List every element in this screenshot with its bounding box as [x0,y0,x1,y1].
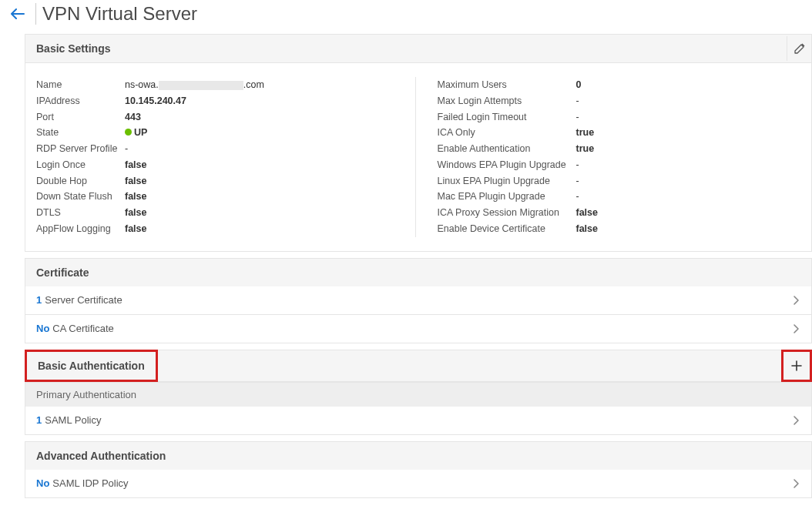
settings-row: StateUP [36,125,400,141]
settings-value: - [125,142,128,156]
chevron-right-icon [793,414,800,427]
basic-settings-title: Basic Settings [36,42,110,55]
settings-row: DTLSfalse [36,205,400,221]
basic-auth-title-highlight: Basic Authentication [25,350,158,382]
settings-row: Max Login Attempts- [438,93,801,109]
settings-value: false [125,222,147,236]
chevron-right-icon [793,294,800,306]
settings-right-column: Maximum Users0Max Login Attempts-Failed … [416,77,801,237]
settings-label: Linux EPA Plugin Upgrade [438,174,576,189]
row-count: No [36,477,49,489]
settings-label: IPAddress [36,94,125,109]
settings-value: false [125,174,147,189]
settings-row: Login Oncefalse [36,157,400,173]
page-header: VPN Virtual Server [0,0,812,34]
settings-row: Failed Login Timeout- [438,109,801,126]
settings-label: Enable Device Certificate [438,222,576,236]
settings-label: State [36,126,125,140]
certificate-row[interactable]: 1Server Certificate [25,286,811,314]
settings-value: false [125,189,147,204]
settings-row: Linux EPA Plugin Upgrade- [438,173,801,189]
certificate-panel: Certificate 1Server CertificateNoCA Cert… [25,258,812,343]
settings-row: Windows EPA Plugin Upgrade- [438,157,801,173]
settings-value: - [576,174,579,189]
chevron-right-icon [793,323,800,335]
settings-label: DTLS [36,206,125,220]
basic-auth-title: Basic Authentication [38,360,145,372]
settings-row: Mac EPA Plugin Upgrade- [438,189,801,205]
settings-row: Maximum Users0 [438,77,801,93]
settings-row: Enable Device Certificatefalse [438,221,801,237]
basic-settings-body: Namens-owa..comIPAddress10.145.240.47Por… [25,63,811,251]
settings-label: Maximum Users [438,78,576,92]
settings-label: Enable Authentication [438,142,576,156]
row-label: SAML Policy [45,414,101,426]
settings-label: AppFlow Logging [36,222,125,236]
settings-label: Login Once [36,158,125,172]
settings-label: Max Login Attempts [438,94,576,109]
settings-value: false [125,158,147,172]
settings-row: AppFlow Loggingfalse [36,221,400,237]
settings-row: Namens-owa..com [36,77,400,93]
certificate-header: Certificate [25,259,811,286]
row-count: 1 [36,414,42,426]
settings-value: true [576,142,595,156]
back-icon[interactable] [6,8,29,19]
row-label: Server Certificate [45,294,122,306]
settings-value: - [576,110,579,125]
settings-value: true [576,126,595,140]
advanced-auth-header: Advanced Authentication [25,442,811,470]
advanced-auth-panel: Advanced Authentication NoSAML IDP Polic… [25,441,812,498]
settings-row: Double Hopfalse [36,173,400,189]
settings-row: RDP Server Profile- [36,141,400,157]
settings-value: false [576,222,599,236]
basic-auth-panel: Basic Authentication Primary Authenticat… [25,350,812,435]
settings-label: ICA Only [438,126,576,140]
add-icon[interactable] [781,350,812,382]
settings-row: ICA Onlytrue [438,125,801,141]
settings-value: false [125,206,147,220]
basic-auth-header: Basic Authentication [25,350,811,382]
settings-label: Double Hop [36,174,125,189]
settings-row: Enable Authenticationtrue [438,141,801,157]
basic-settings-header: Basic Settings [25,35,811,63]
page-title: VPN Virtual Server [42,3,197,25]
settings-label: RDP Server Profile [36,142,125,156]
settings-label: ICA Proxy Session Migration [438,206,576,220]
basic-settings-panel: Basic Settings Namens-owa..comIPAddress1… [25,34,812,252]
certificate-row[interactable]: NoCA Certificate [25,314,811,343]
settings-label: Port [36,110,125,125]
settings-value: ns-owa..com [125,78,264,92]
settings-row: IPAddress10.145.240.47 [36,93,400,109]
redacted-text [159,81,243,90]
settings-value: UP [125,126,147,140]
chevron-right-icon [793,477,800,490]
settings-row: Down State Flushfalse [36,189,400,205]
settings-label: Windows EPA Plugin Upgrade [438,158,576,172]
settings-value: - [576,94,579,109]
settings-value: false [576,206,599,220]
settings-label: Down State Flush [36,189,125,204]
settings-label: Mac EPA Plugin Upgrade [438,189,576,204]
row-count: No [36,323,49,334]
status-up-icon [125,129,132,136]
settings-label: Name [36,78,125,92]
settings-value: 10.145.240.47 [125,94,186,109]
settings-row: ICA Proxy Session Migrationfalse [438,205,801,221]
settings-value: - [576,189,579,204]
settings-row: Port443 [36,109,400,126]
settings-value: 0 [576,78,582,92]
primary-auth-subheader: Primary Authentication [25,382,811,407]
row-label: CA Certificate [52,323,113,334]
basic-auth-row[interactable]: 1SAML Policy [25,407,811,434]
settings-value: 443 [125,110,141,125]
settings-value: - [576,158,579,172]
advanced-auth-title: Advanced Authentication [36,450,166,462]
row-label: SAML IDP Policy [52,477,128,489]
settings-label: Failed Login Timeout [438,110,576,125]
edit-icon[interactable] [787,36,811,61]
divider [35,3,36,25]
advanced-auth-row[interactable]: NoSAML IDP Policy [25,470,811,497]
row-count: 1 [36,294,42,306]
certificate-title: Certificate [36,266,89,279]
